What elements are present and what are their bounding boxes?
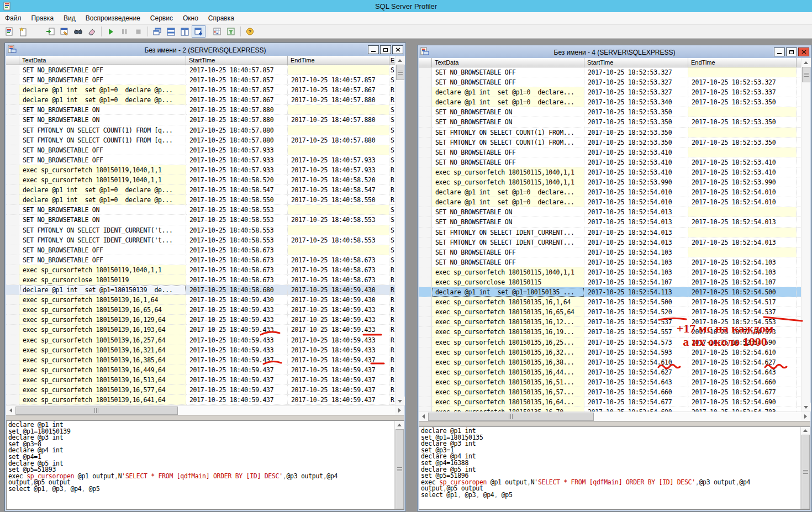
minimize-button[interactable] [368,45,379,54]
window-titlebar[interactable]: Без имени - 2 (SERVER\SQLEXPRESS) [6,44,404,56]
trace-row[interactable]: SET NO_BROWSETABLE ON2017-10-25 18:52:54… [419,217,801,227]
cascade-windows-icon[interactable] [150,25,164,38]
trace-row[interactable]: SET FMTONLY ON SELECT IDENT_CURRENT('t..… [6,225,395,235]
trace-row[interactable]: exec sp_cursorfetch 180150135,16,1,64201… [419,297,801,307]
trace-row[interactable]: exec sp_cursorfetch 180150135,16,38...20… [419,357,801,367]
grid-horizontal-scrollbar[interactable] [419,411,810,421]
trace-row[interactable]: declare @p1 int set @p1=0 declare...2017… [419,87,801,97]
trace-row[interactable]: exec sp_cursorfetch 180150139,16,641,642… [6,395,395,405]
trace-row[interactable]: exec sp_cursorfetch 180150119,1040,1,120… [6,165,395,175]
close-button[interactable] [392,45,403,54]
pane-splitter[interactable] [6,415,404,420]
find-icon[interactable] [71,25,85,38]
import-trace-icon[interactable] [44,25,57,38]
trace-row[interactable]: SET FMTONLY ON SELECT IDENT_CURRENT...20… [419,228,801,237]
trace-row[interactable]: exec sp_cursorfetch 180150139,16,449,642… [6,365,395,375]
trace-row[interactable]: exec sp_cursorfetch 180150135,16,44...20… [419,367,801,377]
new-document-icon[interactable] [16,25,30,38]
column-header-textdata[interactable]: TextData [432,58,584,67]
trace-row[interactable]: exec sp_cursorclose 1801501192017-10-25 … [6,275,395,285]
trace-row[interactable]: exec sp_cursorfetch 180150139,16,257,642… [6,335,395,345]
trace-row[interactable]: declare @p1 int set @p1=0 declare @p...2… [6,185,395,195]
trace-row[interactable]: declare @p1 int set @p1=0 declare @p...2… [6,95,395,105]
trace-row[interactable]: exec sp_cursorfetch 180150115,1040,1,120… [419,167,801,177]
trace-row[interactable]: SET NO_BROWSETABLE ON2017-10-25 18:40:57… [6,115,395,125]
scrollbar-thumb[interactable] [396,429,404,509]
trace-properties-icon[interactable] [57,25,71,38]
grid-horizontal-scrollbar[interactable] [6,405,404,415]
trace-row[interactable]: SET NO_BROWSETABLE ON2017-10-25 18:52:53… [419,117,801,127]
column-header-starttime[interactable]: StartTime [584,58,688,67]
trace-row[interactable]: declare @p1 int set @p1=0 declare...2017… [419,97,801,107]
trace-row[interactable]: SET FMTONLY ON SELECT COUNT(1) FROM [q..… [6,135,395,145]
open-trace-icon[interactable] [30,25,44,38]
trace-row[interactable]: SET NO_BROWSETABLE OFF2017-10-25 18:52:5… [419,257,801,267]
trace-row[interactable]: exec sp_cursorfetch 180150135,16,32...20… [419,347,801,357]
column-header-starttime[interactable]: StartTime [186,56,288,65]
trace-row[interactable]: declare @p1 int set @p1=0 declare @p...2… [6,195,395,205]
menu-item[interactable]: Правка [27,13,59,24]
trace-row[interactable]: SET NO_BROWSETABLE OFF2017-10-25 18:52:5… [419,147,801,157]
trace-row[interactable]: declare @p1 int set @p1=0 declare @p...2… [6,85,395,95]
trace-row[interactable]: SET NO_BROWSETABLE ON2017-10-25 18:52:54… [419,207,801,217]
trace-row[interactable]: SET NO_BROWSETABLE ON2017-10-25 18:40:58… [6,205,395,215]
trace-row[interactable]: SET NO_BROWSETABLE OFF2017-10-25 18:40:5… [6,75,395,85]
scrollbar-thumb[interactable] [802,67,810,82]
scrollbar-thumb[interactable] [396,65,404,80]
trace-row[interactable]: SET FMTONLY ON SELECT COUNT(1) FROM [q..… [6,125,395,135]
trace-row[interactable]: SET NO_BROWSETABLE ON2017-10-25 18:52:53… [419,107,801,117]
new-trace-icon[interactable] [2,25,16,38]
scroll-up-icon[interactable] [396,56,405,65]
event-filter-icon[interactable] [224,25,238,38]
text-pane-scrollbar[interactable] [394,421,404,509]
trace-row[interactable]: exec sp_cursorfetch 180150119,1040,1,120… [6,175,395,185]
trace-row[interactable]: exec sp_cursorfetch 180150135,16,57...20… [419,387,801,397]
trace-row[interactable]: SET NO_BROWSETABLE ON2017-10-25 18:40:57… [6,105,395,115]
scrollbar-thumb[interactable] [15,407,178,415]
trace-row[interactable]: exec sp_cursorfetch 180150139,16,385,642… [6,355,395,365]
maximize-button[interactable] [380,45,391,54]
grid-vertical-scrollbar[interactable] [395,56,404,405]
menu-item[interactable]: Окно [178,13,203,24]
trace-row[interactable]: SET NO_BROWSETABLE OFF2017-10-25 18:40:5… [6,155,395,165]
maximize-button[interactable] [786,47,797,56]
trace-row[interactable]: exec sp_cursorfetch 180150135,16,70...20… [419,407,801,411]
scroll-up-icon[interactable] [801,427,810,435]
trace-row[interactable]: declare @p1 int set @p1=180150139 de...2… [6,285,395,295]
trace-row[interactable]: exec sp_cursorfetch 180150135,16,51...20… [419,377,801,387]
trace-row[interactable]: SET NO_BROWSETABLE ON2017-10-25 18:40:58… [6,215,395,225]
scroll-down-icon[interactable] [802,403,811,411]
window-titlebar[interactable]: Без имени - 4 (SERVER\SQLEXPRESS) [419,46,810,58]
trace-row[interactable]: exec sp_cursorfetch 180150139,16,577,642… [6,385,395,395]
trace-row[interactable]: declare @p1 int set @p1=0 declare...2017… [419,197,801,207]
tile-horizontal-icon[interactable] [164,25,178,38]
trace-row[interactable]: SET NO_BROWSETABLE OFF2017-10-25 18:40:5… [6,145,395,155]
grid-vertical-scrollbar[interactable] [801,58,810,411]
trace-row[interactable]: SET NO_BROWSETABLE OFF2017-10-25 18:52:5… [419,77,801,87]
trace-row[interactable]: exec sp_cursorfetch 180150139,16,513,642… [6,375,395,385]
column-header-textdata[interactable]: TextData [19,56,186,65]
scroll-up-icon[interactable] [802,58,811,67]
menu-item[interactable]: Файл [0,13,27,24]
trace-row[interactable]: declare @p1 int set @p1=180150135 ...201… [419,287,801,297]
trace-row[interactable]: exec sp_cursorfetch 180150119,1040,1,120… [6,265,395,275]
event-text-pane[interactable]: declare @p1 intset @p1=180150139declare … [7,421,394,509]
trace-row[interactable]: SET FMTONLY ON SELECT COUNT(1) FROM...20… [419,138,801,147]
event-text-pane[interactable]: declare @p1 intset @p1=180150135declare … [419,427,800,509]
trace-row[interactable]: exec sp_cursorfetch 180150139,16,321,642… [6,345,395,355]
trace-row[interactable]: exec sp_cursorfetch 180150139,16,193,642… [6,325,395,335]
scroll-right-icon[interactable] [801,412,810,421]
scrollbar-thumb[interactable] [802,435,810,509]
trace-row[interactable]: exec sp_cursorfetch 180150135,16,65,6420… [419,307,801,317]
trace-row[interactable]: SET NO_BROWSETABLE OFF2017-10-25 18:52:5… [419,67,801,77]
trace-row[interactable]: exec sp_cursorfetch 180150115,1040,1,120… [419,267,801,277]
scroll-down-icon[interactable] [396,397,405,405]
start-trace-icon[interactable] [104,25,118,38]
menu-item[interactable]: Справка [203,13,239,24]
scroll-right-icon[interactable] [395,406,404,415]
close-button[interactable] [798,47,809,56]
clear-trace-icon[interactable] [85,25,99,38]
trace-row[interactable]: declare @p1 int set @p1=0 declare...2017… [419,187,801,197]
trace-row[interactable]: SET FMTONLY ON SELECT COUNT(1) FROM...20… [419,128,801,138]
trace-row[interactable]: SET NO_BROWSETABLE OFF2017-10-25 18:40:5… [6,65,395,75]
